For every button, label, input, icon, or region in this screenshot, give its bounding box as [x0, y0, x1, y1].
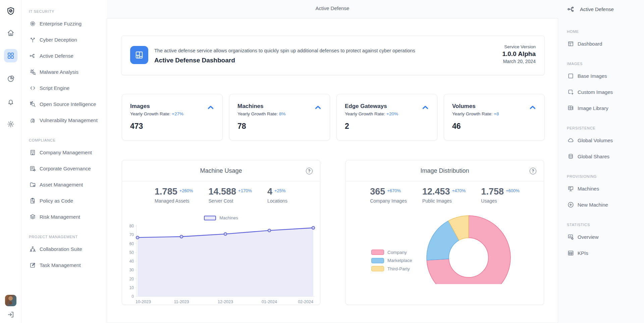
org-people-icon	[29, 245, 36, 253]
database-icon	[567, 153, 574, 160]
sidebar-item-cyber-deception[interactable]: Cyber Deception	[21, 32, 107, 48]
sidebar-item-enterprise-fuzzing[interactable]: Enterprise Fuzzing	[21, 15, 107, 32]
logout-icon[interactable]	[4, 308, 17, 321]
stat-delta: +260%	[179, 188, 193, 193]
sidebar-item-company-management[interactable]: Company Management	[21, 144, 107, 160]
chart-stat-server-cost: 14.588+170%Server Cost	[209, 186, 252, 204]
chevron-up-icon[interactable]	[528, 103, 537, 112]
svg-text:02-2024: 02-2024	[298, 300, 313, 304]
stat-card-machines: MachinesYearly Growth Rate: 8%78	[229, 94, 330, 141]
sidebar-item-vulnerability-management[interactable]: Vulnerability Management	[21, 112, 107, 128]
rightbar-item-base-images[interactable]: Base Images	[558, 68, 644, 84]
chevron-up-icon[interactable]	[421, 103, 430, 112]
clipboard-arrow-icon	[29, 197, 36, 204]
rightbar-item-global-shares[interactable]: Global Shares	[558, 148, 644, 164]
legend-label: Machines	[219, 215, 238, 220]
sidebar-item-corporate-governance[interactable]: Corporate Governance	[21, 160, 107, 176]
right-sidebar-title: Active Defense	[580, 6, 614, 12]
stat-label: Locations	[267, 198, 287, 204]
rightbar-item-custom-images[interactable]: Custom Images	[558, 84, 644, 100]
network-search-icon	[29, 100, 36, 108]
sidebar-item-active-defense[interactable]: Active Defense	[21, 48, 107, 64]
info-description: The active defense service allows organi…	[154, 48, 415, 53]
stat-card-value: 2	[345, 122, 429, 131]
nav-item-label: Policy as Code	[40, 198, 73, 204]
home-icon[interactable]	[4, 26, 17, 40]
rightbar-item-kpis[interactable]: KPIs	[558, 245, 644, 261]
svg-text:10: 10	[129, 285, 134, 290]
nav-item-label: Machines	[578, 186, 599, 192]
rightbar-section-images: IMAGES	[558, 60, 644, 68]
app-logo-shield-icon	[4, 5, 17, 18]
stat-card-images: ImagesYearly Growth Rate: +27%473	[122, 94, 223, 141]
stat-card-title: Machines	[237, 103, 322, 110]
nav-item-label: Global Volumes	[578, 138, 613, 143]
rightbar-item-dashboard[interactable]: Dashboard	[558, 36, 644, 52]
stat-card-title: Images	[130, 103, 214, 110]
svg-text:0: 0	[131, 294, 134, 299]
rightbar-item-image-library[interactable]: Image Library	[558, 100, 644, 116]
sidebar-item-open-source-intelligence[interactable]: Open Source Intelligence	[21, 96, 107, 112]
rightbar-section-home: HOME	[558, 28, 644, 36]
machines-legend[interactable]: Machines	[122, 215, 320, 220]
chevron-up-icon[interactable]	[206, 103, 215, 112]
svg-text:60: 60	[129, 241, 134, 246]
edit-square-icon	[29, 261, 36, 269]
nav-item-label: Corporate Governance	[40, 166, 91, 171]
notifications-icon[interactable]	[4, 95, 17, 109]
main-panel: The active defense service allows organi…	[107, 18, 558, 323]
nav-item-label: Cyber Deception	[40, 37, 77, 43]
nav-item-label: Open Source Intelligence	[40, 101, 96, 107]
doc-gear-icon	[29, 165, 36, 172]
sidebar-section-project-management: PROJECT MANAGEMENT	[21, 233, 107, 241]
server-icon	[567, 185, 574, 192]
legend-swatch	[204, 216, 216, 220]
nav-item-label: Malware Analysis	[40, 69, 78, 75]
fingerprint-icon	[29, 116, 36, 124]
svg-text:11-2023: 11-2023	[174, 300, 189, 304]
analytics-icon[interactable]	[4, 72, 17, 86]
apps-icon[interactable]	[4, 49, 17, 62]
rightbar-item-global-volumes[interactable]: Global Volumes	[558, 132, 644, 148]
svg-text:12-2023: 12-2023	[218, 300, 233, 304]
sidebar-item-risk-management[interactable]: Risk Management	[21, 209, 107, 225]
machine-usage-stats: 1.785+260%Managed Assets14.588+170%Serve…	[122, 186, 320, 204]
table-icon	[567, 249, 574, 257]
settings-icon[interactable]	[4, 117, 17, 131]
sidebar-item-script-engine[interactable]: Script Engine	[21, 80, 107, 96]
nav-item-label: Custom Images	[578, 89, 613, 95]
active-defense-icon	[567, 5, 576, 14]
stat-card-edge-gateways: Edge GatewaysYearly Growth Rate: +20%2	[336, 94, 437, 141]
nav-item-label: Overview	[578, 234, 599, 240]
rightbar-item-new-machine[interactable]: New Machine	[558, 197, 644, 213]
nav-item-label: Task Management	[40, 262, 81, 268]
nav-item-label: Dashboard	[578, 41, 602, 47]
svg-text:01-2024: 01-2024	[262, 300, 277, 304]
sidebar-item-task-management[interactable]: Task Management	[21, 257, 107, 273]
dashboard-layout-icon	[567, 40, 574, 47]
target-icon	[29, 20, 36, 27]
info-card: The active defense service allows organi…	[121, 36, 545, 75]
user-avatar[interactable]	[5, 295, 16, 306]
stat-delta: +25%	[274, 188, 286, 193]
rightbar-item-overview[interactable]: Overview	[558, 229, 644, 245]
share-branch-icon	[29, 52, 36, 59]
right-sidebar-header: Active Defense	[567, 5, 614, 14]
dashboard-app-icon	[130, 46, 148, 64]
rightbar-item-machines[interactable]: Machines	[558, 180, 644, 197]
nav-item-label: Collaboration Suite	[40, 246, 82, 252]
board-chart-icon	[567, 233, 574, 240]
sidebar-item-asset-management[interactable]: Asset Management	[21, 176, 107, 193]
sidebar-item-collaboration-suite[interactable]: Collaboration Suite	[21, 241, 107, 257]
image-distribution-donut-chart	[346, 160, 544, 284]
nav-item-label: Enterprise Fuzzing	[40, 21, 82, 26]
sidebar-section-it-security: IT SECURITY	[21, 7, 107, 15]
service-version-value: 1.0.0 Alpha	[502, 50, 536, 58]
sidebar-item-policy-as-code[interactable]: Policy as Code	[21, 193, 107, 209]
stat-card-title: Volumes	[452, 103, 536, 110]
sidebar-item-malware-analysis[interactable]: Malware Analysis	[21, 64, 107, 80]
help-icon[interactable]: ?	[306, 168, 313, 174]
service-version-block: Service Version 1.0.0 Alpha March 20, 20…	[502, 44, 536, 64]
service-version-date: March 20, 2024	[502, 59, 536, 64]
chevron-up-icon[interactable]	[314, 103, 322, 112]
